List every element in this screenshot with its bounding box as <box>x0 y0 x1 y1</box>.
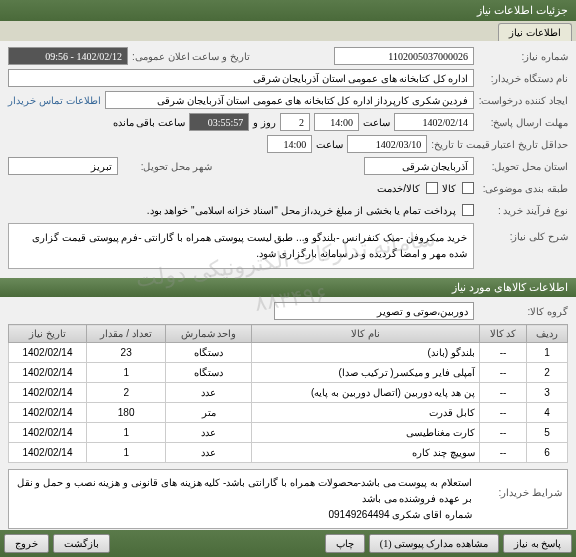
cell-name: آمپلی فایر و میکسر( ترکیب صدا) <box>251 363 479 383</box>
need-description: خرید میکروفن -میک کنفرانس -بلندگو و... ط… <box>8 223 474 269</box>
footer-bar: پاسخ به نیاز مشاهده مدارک پیوستی (1) چاپ… <box>0 530 576 557</box>
window-titlebar: جزئیات اطلاعات نیاز <box>0 0 576 21</box>
cell-date: 1402/02/14 <box>9 363 87 383</box>
cell-code: -- <box>479 443 526 463</box>
col-name: نام کالا <box>251 325 479 343</box>
cell-unit: عدد <box>166 383 251 403</box>
validity-label: حداقل تاریخ اعتبار قیمت تا تاریخ: <box>431 139 568 150</box>
attachments-button[interactable]: مشاهده مدارک پیوستی (1) <box>369 534 499 553</box>
announce-date-label: تاریخ و ساعت اعلان عمومی: <box>132 51 250 62</box>
cell-name: پن هد پایه دوربین (اتصال دوربین به پایه) <box>251 383 479 403</box>
table-row[interactable]: 3--پن هد پایه دوربین (اتصال دوربین به پا… <box>9 383 568 403</box>
cell-idx: 6 <box>527 443 568 463</box>
table-header-row: ردیف کد کالا نام کالا واحد شمارش تعداد /… <box>9 325 568 343</box>
buyer-contact-link[interactable]: اطلاعات تماس خریدار <box>8 95 101 106</box>
days-and-label: روز و <box>253 117 276 128</box>
validity-time: 14:00 <box>267 135 312 153</box>
time-remaining-label: ساعت باقی مانده <box>113 117 186 128</box>
cell-unit: متر <box>166 403 251 423</box>
cell-date: 1402/02/14 <box>9 343 87 363</box>
tab-strip: اطلاعات نیاز <box>0 21 576 41</box>
col-qty: تعداد / مقدار <box>86 325 166 343</box>
window-title: جزئیات اطلاعات نیاز <box>477 4 568 16</box>
cell-idx: 3 <box>527 383 568 403</box>
province-label: استان محل تحویل: <box>478 161 568 172</box>
need-desc-label: شرح کلی نیاز: <box>478 223 568 242</box>
cell-qty: 2 <box>86 383 166 403</box>
cell-name: کارت مغناطیسی <box>251 423 479 443</box>
cell-unit: عدد <box>166 443 251 463</box>
cell-code: -- <box>479 423 526 443</box>
cell-idx: 2 <box>527 363 568 383</box>
cell-idx: 1 <box>527 343 568 363</box>
requester-label: ایجاد کننده درخواست: <box>478 95 568 106</box>
buyer-org-label: نام دستگاه خریدار: <box>478 73 568 84</box>
cell-date: 1402/02/14 <box>9 443 87 463</box>
cell-code: -- <box>479 343 526 363</box>
buyer-terms-box: شرایط خریدار: استعلام به پیوست می باشد-م… <box>8 469 568 529</box>
table-row[interactable]: 5--کارت مغناطیسیعدد11402/02/14 <box>9 423 568 443</box>
exit-button[interactable]: خروج <box>4 534 49 553</box>
cell-name: کابل قدرت <box>251 403 479 423</box>
goods-checkbox-label: کالا <box>442 183 456 194</box>
validity-date: 1402/03/10 <box>347 135 427 153</box>
province-value: آذربایجان شرقی <box>364 157 474 175</box>
items-section-header: اطلاعات کالاهای مورد نیاز <box>0 278 576 297</box>
table-row[interactable]: 2--آمپلی فایر و میکسر( ترکیب صدا)دستگاه1… <box>9 363 568 383</box>
group-value: دوربین،صوتی و تصویر <box>274 302 474 320</box>
tab-need-info[interactable]: اطلاعات نیاز <box>498 23 572 41</box>
cell-name: بلندگو (باند) <box>251 343 479 363</box>
col-unit: واحد شمارش <box>166 325 251 343</box>
table-row[interactable]: 6--سوییچ چند کارهعدد11402/02/14 <box>9 443 568 463</box>
process-note: پرداخت تمام یا بخشی از مبلغ خرید،از محل … <box>147 205 456 216</box>
deadline-date: 1402/02/14 <box>394 113 474 131</box>
cell-qty: 23 <box>86 343 166 363</box>
countdown-timer: 03:55:57 <box>189 113 249 131</box>
col-code: کد کالا <box>479 325 526 343</box>
print-button[interactable]: چاپ <box>325 534 365 553</box>
cell-code: -- <box>479 383 526 403</box>
cell-unit: عدد <box>166 423 251 443</box>
cell-qty: 180 <box>86 403 166 423</box>
buyer-terms-label: شرایط خریدار: <box>472 475 562 523</box>
back-button[interactable]: بازگشت <box>53 534 110 553</box>
days-remaining: 2 <box>280 113 310 131</box>
announce-date-value: 1402/02/12 - 09:56 <box>8 47 128 65</box>
services-checkbox[interactable] <box>426 182 438 194</box>
col-idx: ردیف <box>527 325 568 343</box>
process-label: نوع فرآیند خرید : <box>478 205 568 216</box>
hour-label-2: ساعت <box>316 139 343 150</box>
content-area: شماره نیاز: 1102005037000026 تاریخ و ساع… <box>0 41 576 538</box>
table-row[interactable]: 4--کابل قدرتمتر1801402/02/14 <box>9 403 568 423</box>
process-checkbox[interactable] <box>462 204 474 216</box>
cell-qty: 1 <box>86 363 166 383</box>
cell-idx: 5 <box>527 423 568 443</box>
services-checkbox-label: کالا/خدمت <box>377 183 420 194</box>
group-label: گروه کالا: <box>478 306 568 317</box>
deadline-time: 14:00 <box>314 113 359 131</box>
buyer-terms-text: استعلام به پیوست می باشد-محصولات همراه ب… <box>14 475 472 523</box>
buyer-org-value: اداره کل کتابخانه های عمومی استان آذربای… <box>8 69 474 87</box>
cell-qty: 1 <box>86 443 166 463</box>
table-row[interactable]: 1--بلندگو (باند)دستگاه231402/02/14 <box>9 343 568 363</box>
cell-unit: دستگاه <box>166 343 251 363</box>
cell-code: -- <box>479 403 526 423</box>
items-table: ردیف کد کالا نام کالا واحد شمارش تعداد /… <box>8 324 568 463</box>
city-value: تبریز <box>8 157 118 175</box>
hour-label-1: ساعت <box>363 117 390 128</box>
cell-date: 1402/02/14 <box>9 423 87 443</box>
cell-idx: 4 <box>527 403 568 423</box>
city-label: شهر محل تحویل: <box>122 161 212 172</box>
cell-unit: دستگاه <box>166 363 251 383</box>
cell-code: -- <box>479 363 526 383</box>
need-number-value: 1102005037000026 <box>334 47 474 65</box>
cell-date: 1402/02/14 <box>9 383 87 403</box>
deadline-label: مهلت ارسال پاسخ: <box>478 117 568 128</box>
col-date: تاریخ نیاز <box>9 325 87 343</box>
respond-button[interactable]: پاسخ به نیاز <box>503 534 572 553</box>
cell-name: سوییچ چند کاره <box>251 443 479 463</box>
requester-value: فردین شکری کارپرداز اداره کل کتابخانه ها… <box>105 91 474 109</box>
category-label: طبقه بندی موضوعی: <box>478 183 568 194</box>
need-number-label: شماره نیاز: <box>478 51 568 62</box>
goods-checkbox[interactable] <box>462 182 474 194</box>
